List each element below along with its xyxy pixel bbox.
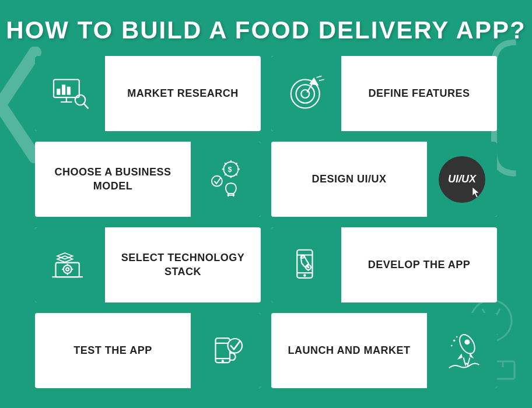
steps-grid: MARKET RESEARCH DEFINE FEATURES CH <box>0 56 532 388</box>
svg-point-57 <box>301 255 304 258</box>
card-market-research: MARKET RESEARCH <box>35 56 261 131</box>
svg-rect-17 <box>62 85 65 95</box>
market-research-text: MARKET RESEARCH <box>105 81 261 106</box>
svg-point-22 <box>296 85 315 103</box>
rocket-icon-box <box>427 313 497 388</box>
svg-line-20 <box>84 103 88 108</box>
develop-app-label: DEVELOP THE APP <box>368 258 471 272</box>
uiux-badge: UI/UX <box>439 156 485 203</box>
phone-tools-icon <box>286 245 327 286</box>
phone-tools-icon-box <box>271 227 341 303</box>
gears-bulb-icon-box: $ <box>191 142 261 217</box>
target-arrow-icon <box>286 73 327 114</box>
uiux-icon-box: UI/UX <box>427 142 497 217</box>
page-title: HOW TO BUILD A FOOD DELIVERY APP? <box>0 0 532 56</box>
svg-point-46 <box>66 268 69 270</box>
card-choose-business-model: CHOOSE A BUSINESS MODEL $ <box>35 142 261 217</box>
card-test-app: TEST THE APP <box>35 313 261 388</box>
card-launch-market: LAUNCH AND MARKET <box>271 313 497 388</box>
svg-point-70 <box>464 339 470 344</box>
chart-search-icon <box>50 73 90 114</box>
svg-marker-42 <box>473 187 478 197</box>
cursor-icon <box>471 187 482 198</box>
phone-check-icon <box>205 330 246 371</box>
launch-market-label: LAUNCH AND MARKET <box>288 344 411 357</box>
svg-point-38 <box>212 175 222 186</box>
card-define-features: DEFINE FEATURES <box>271 56 497 131</box>
svg-rect-53 <box>297 249 312 277</box>
choose-business-text: CHOOSE A BUSINESS MODEL <box>35 160 191 199</box>
svg-point-67 <box>222 360 224 362</box>
choose-business-label: CHOOSE A BUSINESS MODEL <box>44 166 182 193</box>
svg-text:$: $ <box>228 165 232 173</box>
design-uiux-label: DESIGN UI/UX <box>312 173 386 186</box>
card-develop-app: DEVELOP THE APP <box>271 227 497 303</box>
svg-line-27 <box>319 79 324 80</box>
test-app-label: TEST THE APP <box>74 344 152 357</box>
define-features-icon-box <box>271 56 341 131</box>
laptop-layers-icon <box>50 245 90 286</box>
market-research-label: MARKET RESEARCH <box>127 87 239 100</box>
svg-rect-18 <box>67 86 71 94</box>
svg-point-45 <box>64 265 72 273</box>
phone-check-icon-box <box>191 313 261 388</box>
card-design-uiux: DESIGN UI/UX UI/UX <box>271 142 497 217</box>
uiux-text: UI/UX <box>448 173 476 185</box>
laptop-layers-icon-box <box>35 227 105 303</box>
launch-market-text: LAUNCH AND MARKET <box>271 338 427 363</box>
select-technology-text: SELECT TECHNOLOGY STACK <box>105 245 261 284</box>
test-app-text: TEST THE APP <box>35 338 191 363</box>
gears-bulb-icon: $ <box>202 156 249 203</box>
rocket-icon <box>439 328 485 374</box>
design-uiux-text: DESIGN UI/UX <box>271 167 427 192</box>
svg-point-72 <box>451 344 453 346</box>
svg-point-71 <box>453 339 456 342</box>
svg-rect-16 <box>57 89 60 95</box>
card-select-technology: SELECT TECHNOLOGY STACK <box>35 227 261 303</box>
define-features-text: DEFINE FEATURES <box>341 81 497 106</box>
svg-marker-25 <box>310 78 317 85</box>
define-features-label: DEFINE FEATURES <box>368 87 470 100</box>
develop-app-text: DEVELOP THE APP <box>341 252 497 277</box>
svg-line-26 <box>317 76 322 78</box>
market-research-icon-box <box>35 56 105 131</box>
svg-point-73 <box>456 336 458 337</box>
svg-point-56 <box>303 274 306 276</box>
svg-point-59 <box>307 266 310 268</box>
select-technology-label: SELECT TECHNOLOGY STACK <box>114 251 252 279</box>
svg-point-68 <box>228 339 243 353</box>
